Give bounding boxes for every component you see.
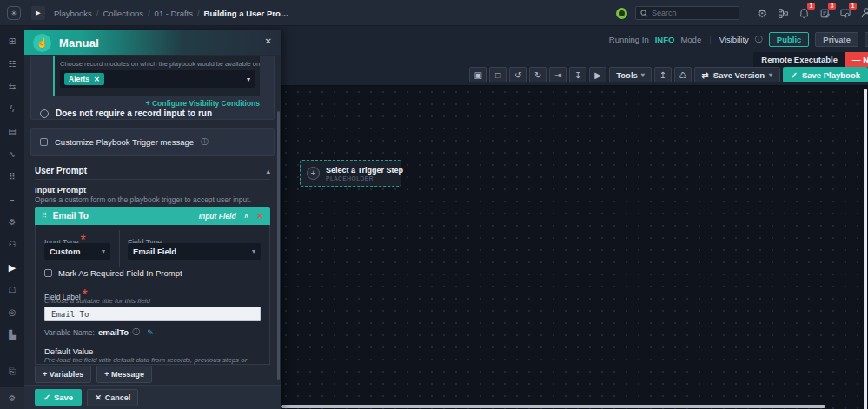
app-logo[interactable]: ✳ <box>7 6 21 20</box>
field-kind-badge: Input Field <box>199 212 236 221</box>
customize-message-checkbox[interactable] <box>40 138 48 146</box>
sidebar-item-preferences[interactable]: ⚙ <box>0 387 24 409</box>
close-icon: ✕ <box>256 212 263 221</box>
field-type-select[interactable]: Email Field ▾ <box>128 243 261 260</box>
notes-icon: □ <box>495 70 500 80</box>
divider: | <box>709 35 711 44</box>
toolbar-align-vertical-button[interactable]: ↧ <box>569 67 586 82</box>
required-field-checkbox[interactable] <box>44 269 52 277</box>
threat-intel-icon: ◎ <box>9 306 17 320</box>
info-icon[interactable]: ⓘ <box>201 136 209 148</box>
info-icon[interactable]: ⓘ <box>132 327 140 338</box>
remove-chip-icon[interactable]: ✕ <box>94 76 100 83</box>
toolbar-export-button[interactable]: ↥ <box>654 67 672 82</box>
user-prompt-header[interactable]: User Prompt ▴ <box>35 162 270 180</box>
sidebar-item-automation[interactable]: ϟ <box>5 102 19 116</box>
drag-handle-icon[interactable]: ⠿ <box>42 212 47 220</box>
collapse-section-button[interactable]: ▴ <box>266 167 270 175</box>
customize-message-card: Customize Playbook Trigger message ⓘ <box>30 128 275 156</box>
sidebar-icons: ⊞☷⇆ϟ▤∿⠿◒⚙⚇▶☖◎▙ <box>0 26 24 342</box>
toolbar-undo-button[interactable]: ↺ <box>509 67 527 82</box>
branch-icon: ⇄ <box>702 70 709 80</box>
topbar-right: Search ⚙ 1 <box>616 0 868 26</box>
sidebar-item-playbooks[interactable]: ▶ <box>5 261 19 274</box>
sidebar-item-users[interactable]: ⚇ <box>5 238 19 252</box>
toolbar-delete-button[interactable]: ♺ <box>674 67 692 82</box>
required-field-row[interactable]: Mark As Required Field In Prompt <box>44 268 182 278</box>
sidebar-item-connectors[interactable]: ⇆ <box>5 80 19 94</box>
toolbar-align-horizontal-button[interactable]: ⇥ <box>549 67 567 82</box>
breadcrumb-item[interactable]: Playbooks <box>54 9 92 18</box>
configure-visibility-link[interactable]: + Configure Visibility Conditions <box>146 99 260 108</box>
customize-message-label: Customize Playbook Trigger message <box>55 137 194 147</box>
approvals-button[interactable]: 1 <box>835 0 856 26</box>
record-modules-select[interactable]: Alerts ✕ ▾ <box>60 70 255 88</box>
add-message-button[interactable]: + Message <box>96 366 152 383</box>
breadcrumb-item[interactable]: Collections <box>103 9 142 18</box>
modules-icon: ⠿ <box>9 170 15 184</box>
sidebar-item-incidents[interactable]: ▤ <box>5 125 19 139</box>
top-bar: ✳ ▶ Playbooks/Collections/01 - Drafts/Bu… <box>0 0 868 26</box>
sidebar-item-dashboard[interactable]: ⊞ <box>5 35 19 49</box>
mode-label: Mode <box>680 35 701 44</box>
sidebar-item-modules[interactable]: ⠿ <box>5 170 19 184</box>
integrations-button[interactable] <box>772 0 793 26</box>
close-panel-button[interactable]: ✕ <box>265 36 272 46</box>
sidebar-item-settings[interactable]: ⚙ <box>5 215 19 229</box>
sidebar-item-queues[interactable]: ☷ <box>5 57 19 71</box>
breadcrumb-item[interactable]: 01 - Drafts <box>155 9 193 18</box>
input-type-select[interactable]: Custom ▾ <box>44 243 110 260</box>
save-button[interactable]: ✓ Save <box>35 389 82 406</box>
notifications-button[interactable]: 1 <box>793 0 814 26</box>
sidebar-item-reports[interactable]: ▙ <box>5 328 19 342</box>
vertical-scrollbar[interactable] <box>864 89 867 409</box>
save-version-button[interactable]: ⇄ Save Version ▾ <box>694 67 780 82</box>
field-label-input[interactable] <box>44 307 261 321</box>
automation-icon: ϟ <box>10 102 14 116</box>
field-config-card: Input Type* Custom ▾ Field Type Email Fi… <box>35 225 270 365</box>
save-playbook-button[interactable]: ✓ Save Playbook <box>783 67 868 82</box>
breadcrumb-item: Building a User Pro… <box>204 9 289 18</box>
sidebar-item-analytics[interactable]: ∿ <box>5 148 19 162</box>
sidebar-item-tasks[interactable]: ⎘ <box>0 363 24 380</box>
default-value-label: Default Value <box>44 346 93 356</box>
no-record-input-radio[interactable]: Does not require a record input to run <box>40 109 212 118</box>
mode-value[interactable]: INFO <box>655 35 675 44</box>
horizontal-scrollbar[interactable] <box>281 405 825 408</box>
visibility-info-icon[interactable]: ⓘ <box>755 34 763 45</box>
remote-executable-toggle[interactable]: — No <box>845 52 868 67</box>
toolbar-fit-view-button[interactable]: ▣ <box>469 67 487 82</box>
system-status-icon[interactable] <box>616 8 627 19</box>
sidebar-item-threat-intel[interactable]: ◎ <box>5 306 19 320</box>
trigger-node-title: Select a Trigger Step <box>326 166 403 175</box>
field-header-bar[interactable]: ⠿ Email To Input Field ∧ ✕ <box>35 207 270 225</box>
panel-scrollbar[interactable] <box>277 111 280 380</box>
add-variables-button[interactable]: + Variables <box>35 366 91 383</box>
queues-icon: ☷ <box>9 57 17 71</box>
clipped-edge-button[interactable] <box>865 32 868 47</box>
toolbar-run-playbook-button[interactable]: ▶ <box>589 67 606 82</box>
pencil-icon: ✎ <box>147 328 154 337</box>
collapse-field-button[interactable]: ∧ <box>244 212 249 220</box>
dashboard-icon: ⊞ <box>9 35 16 49</box>
settings-gear-button[interactable]: ⚙ <box>752 0 772 26</box>
toolbar-redo-button[interactable]: ↻ <box>529 67 547 82</box>
toolbar-notes-button[interactable]: □ <box>489 67 507 82</box>
edit-variable-button[interactable]: ✎ <box>147 328 154 337</box>
cancel-button[interactable]: ✕ Cancel <box>87 389 138 406</box>
running-in-label: Running In <box>609 35 649 44</box>
trigger-step-node[interactable]: + Select a Trigger Step PLACEHOLDER <box>300 160 401 187</box>
visibility-public-button[interactable]: Public <box>769 32 810 47</box>
variable-name-label: Variable Name: <box>44 328 95 337</box>
sidebar-item-imports[interactable]: ◒ <box>5 193 19 207</box>
add-trigger-icon: + <box>307 167 320 180</box>
tools-button[interactable]: Tools ▾ <box>609 67 652 82</box>
cancel-label: Cancel <box>105 393 131 402</box>
user-profile-button[interactable] <box>856 0 868 26</box>
visibility-private-button[interactable]: Private <box>815 32 858 47</box>
run-playbook-header-button[interactable]: ▶ <box>31 6 45 20</box>
global-search[interactable]: Search <box>635 6 739 20</box>
sidebar-item-shield[interactable]: ☖ <box>5 283 19 297</box>
pending-tasks-button[interactable]: 3 <box>814 0 835 26</box>
delete-field-button[interactable]: ✕ <box>256 212 263 221</box>
